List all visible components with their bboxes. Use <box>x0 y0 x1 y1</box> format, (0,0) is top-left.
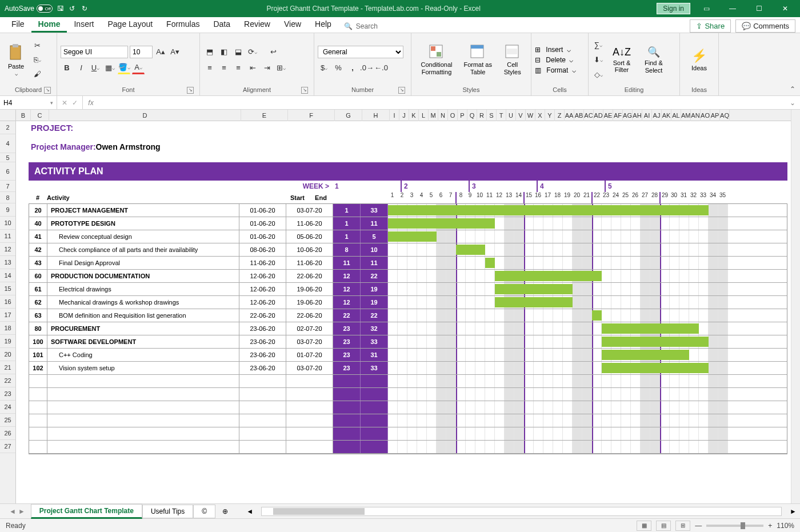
gantt-row[interactable]: 43Final Design Approval11-06-2011-06-201… <box>29 257 787 270</box>
clipboard-launcher-icon[interactable]: ↘ <box>44 87 51 94</box>
bold-icon[interactable]: B <box>61 62 73 74</box>
redo-icon[interactable]: ↻ <box>81 4 90 13</box>
search-box[interactable]: 🔍 Search <box>339 20 382 33</box>
zoom-slider[interactable] <box>706 525 763 527</box>
autosum-icon[interactable]: ∑ <box>592 39 605 51</box>
normal-view-icon[interactable]: ▦ <box>637 521 651 531</box>
vertical-scrollbar[interactable] <box>791 110 800 503</box>
sheet-prev-icon[interactable]: ◄ <box>9 507 16 515</box>
align-top-icon[interactable]: ⬒ <box>203 46 216 58</box>
font-size-input[interactable] <box>130 46 153 58</box>
number-launcher-icon[interactable]: ↘ <box>398 87 405 94</box>
cancel-formula-icon[interactable]: ✕ <box>62 99 67 107</box>
sort-filter-button[interactable]: A↓Z Sort & Filter <box>607 35 637 84</box>
font-color-icon[interactable]: A <box>132 62 145 74</box>
ideas-button[interactable]: ⚡ Ideas <box>683 35 715 84</box>
scroll-left-icon[interactable]: ◄ <box>246 507 253 515</box>
zoom-value[interactable]: 110% <box>777 522 794 530</box>
collapse-ribbon-icon[interactable]: ⌃ <box>790 85 795 93</box>
gantt-row-empty[interactable] <box>29 427 787 441</box>
gantt-row[interactable]: 100SOFTWARE DEVELOPMENT23-06-2003-07-202… <box>29 335 787 349</box>
gantt-row-empty[interactable] <box>29 401 787 414</box>
merge-icon[interactable]: ⊞ <box>275 62 287 74</box>
find-select-button[interactable]: 🔍 Find & Select <box>639 35 669 84</box>
conditional-formatting-button[interactable]: Conditional Formatting <box>415 35 458 84</box>
sheet-next-icon[interactable]: ► <box>18 507 25 515</box>
add-sheet-button[interactable]: ⊕ <box>215 507 235 515</box>
tab-insert[interactable]: Insert <box>67 17 101 33</box>
scroll-right-icon[interactable]: ► <box>790 507 797 515</box>
close-icon[interactable]: ✕ <box>775 0 795 17</box>
save-icon[interactable]: 🖫 <box>56 4 65 13</box>
gantt-row-empty[interactable] <box>29 388 787 401</box>
align-right-icon[interactable]: ≡ <box>232 62 245 74</box>
gantt-row[interactable]: 80PROCUREMENT23-06-2002-07-202332 <box>29 322 787 335</box>
gantt-row-empty[interactable] <box>29 375 787 388</box>
page-layout-icon[interactable]: ▤ <box>656 521 671 531</box>
increase-decimal-icon[interactable]: .0→ <box>361 62 373 74</box>
column-headers[interactable]: BCDEFGHIJKLMNOPQRSTUVWXYZAAABACADAEAFAGA… <box>16 110 791 121</box>
sheet-tab-1[interactable]: Project Gantt Chart Template <box>31 504 142 519</box>
italic-icon[interactable]: I <box>75 62 87 74</box>
orientation-icon[interactable]: ⟳ <box>246 46 259 58</box>
tab-file[interactable]: File <box>5 17 31 33</box>
tab-data[interactable]: Data <box>206 17 237 33</box>
delete-cells-button[interactable]: ⊟ Delete ⌵ <box>535 56 585 64</box>
number-format-select[interactable]: General <box>318 46 403 58</box>
alignment-launcher-icon[interactable]: ↘ <box>301 87 308 94</box>
wrap-text-icon[interactable]: ↩ <box>267 46 279 58</box>
align-bottom-icon[interactable]: ⬓ <box>232 46 245 58</box>
name-box[interactable]: H4▾ <box>0 96 57 110</box>
gantt-row[interactable]: 62Mechanical drawings & workshop drawing… <box>29 296 787 309</box>
autosave-toggle[interactable]: AutoSave Off <box>5 5 53 13</box>
tab-view[interactable]: View <box>277 17 308 33</box>
gantt-row[interactable]: 60PRODUCTION DOCUMENTATION12-06-2022-06-… <box>29 270 787 283</box>
cell-styles-button[interactable]: Cell Styles <box>497 35 527 84</box>
border-icon[interactable]: ▦ <box>103 62 116 74</box>
copy-icon[interactable]: ⎘ <box>31 54 43 66</box>
underline-icon[interactable]: U <box>89 62 102 74</box>
ribbon-display-icon[interactable]: ▭ <box>696 0 717 17</box>
sheet-tab-3[interactable]: © <box>193 505 215 518</box>
gantt-row-empty[interactable] <box>29 414 787 427</box>
decrease-decimal-icon[interactable]: ←.0 <box>375 62 387 74</box>
currency-icon[interactable]: $ <box>318 62 330 74</box>
maximize-icon[interactable]: ☐ <box>749 0 769 17</box>
minimize-icon[interactable]: — <box>722 0 743 17</box>
fx-icon[interactable]: fx <box>83 99 99 107</box>
gantt-row[interactable]: 42Check compliance of all parts and thei… <box>29 243 787 257</box>
enter-formula-icon[interactable]: ✓ <box>72 99 78 107</box>
page-break-icon[interactable]: ⊞ <box>675 521 690 531</box>
undo-icon[interactable]: ↺ <box>69 4 78 13</box>
sheet-tab-2[interactable]: Useful Tips <box>142 505 193 518</box>
comma-icon[interactable]: , <box>346 62 359 74</box>
align-center-icon[interactable]: ≡ <box>218 62 230 74</box>
gantt-row[interactable]: 61Electrical drawings12-06-2019-06-20121… <box>29 283 787 296</box>
signin-button[interactable]: Sign in <box>657 3 690 14</box>
insert-cells-button[interactable]: ⊞ Insert ⌵ <box>535 46 585 54</box>
cut-icon[interactable]: ✂ <box>31 39 43 52</box>
fill-color-icon[interactable]: 🪣 <box>118 62 130 74</box>
tab-formulas[interactable]: Formulas <box>159 17 206 33</box>
gantt-row-empty[interactable] <box>29 441 787 454</box>
tab-home[interactable]: Home <box>31 17 67 33</box>
select-all-corner[interactable] <box>0 110 16 121</box>
gantt-row[interactable]: 20PROJECT MANAGEMENT01-06-2003-07-20133 <box>29 204 787 217</box>
gantt-row[interactable]: 101C++ Coding23-06-2001-07-202331 <box>29 349 787 362</box>
gantt-row[interactable]: 40PROTOTYPE DESIGN01-06-2011-06-20111 <box>29 217 787 230</box>
tab-review[interactable]: Review <box>237 17 277 33</box>
gantt-row[interactable]: 63BOM definition and Requisition list ge… <box>29 309 787 322</box>
indent-dec-icon[interactable]: ⇤ <box>246 62 259 74</box>
comments-button[interactable]: 💬 Comments <box>735 19 795 33</box>
worksheet-grid[interactable]: BCDEFGHIJKLMNOPQRSTUVWXYZAAABACADAEAFAGA… <box>0 110 800 503</box>
tab-page-layout[interactable]: Page Layout <box>101 17 159 33</box>
gantt-row[interactable]: 102Vision system setup23-06-2003-07-2023… <box>29 362 787 375</box>
percent-icon[interactable]: % <box>332 62 345 74</box>
font-launcher-icon[interactable]: ↘ <box>187 87 194 94</box>
share-button[interactable]: ⇪ Share <box>690 19 731 33</box>
horizontal-scrollbar[interactable]: ◄ ► <box>246 507 797 516</box>
tab-help[interactable]: Help <box>308 17 338 33</box>
increase-font-icon[interactable]: A▴ <box>154 46 167 58</box>
paste-button[interactable]: Paste ⌵ <box>3 35 29 84</box>
font-name-input[interactable] <box>61 46 128 58</box>
